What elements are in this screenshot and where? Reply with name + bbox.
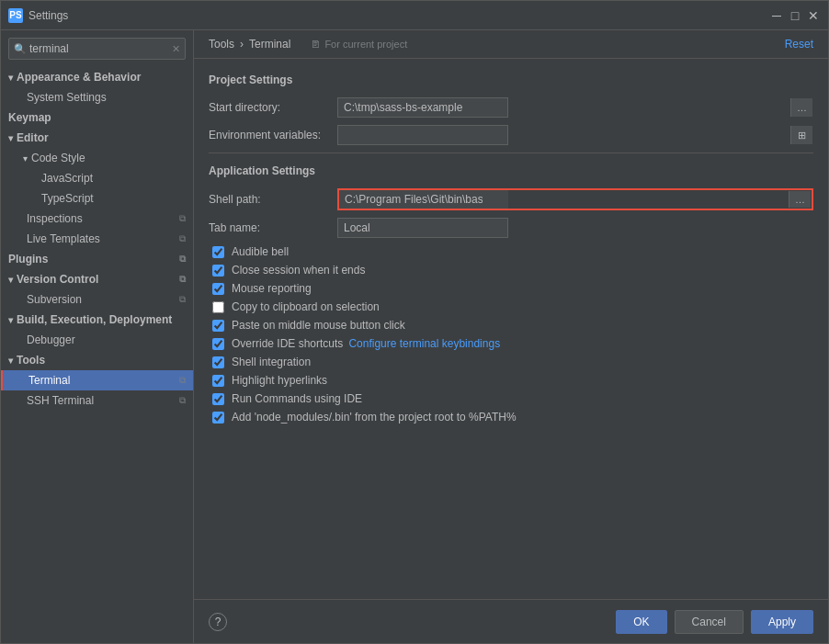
sidebar-item-label: Plugins [8, 253, 48, 266]
add-node-modules-label: Add 'node_modules/.bin' from the project… [232, 411, 517, 424]
external-link-icon: ⧉ [179, 213, 186, 224]
run-commands-label: Run Commands using IDE [232, 392, 362, 405]
checkbox-row-override-ide-shortcuts: Override IDE shortcuts Configure termina… [209, 337, 813, 350]
paste-on-middle-checkbox[interactable] [212, 320, 224, 332]
checkboxes-container: Audible bell Close session when it ends … [209, 245, 813, 424]
shell-integration-checkbox[interactable] [212, 356, 224, 368]
external-link-icon: ⧉ [179, 375, 186, 386]
env-variables-label: Environment variables: [209, 129, 337, 141]
sidebar-item-label: Code Style [31, 152, 85, 164]
content-area: 🔍 ✕ ▾ Appearance & Behavior System Setti… [1, 30, 828, 643]
divider [209, 153, 813, 153]
shell-path-label: Shell path: [209, 193, 337, 206]
start-directory-input[interactable] [337, 97, 508, 118]
sidebar-item-label: Appearance & Behavior [17, 71, 141, 84]
breadcrumb: Tools › Terminal 🖹 For current project [209, 38, 407, 51]
checkbox-row-audible-bell: Audible bell [209, 245, 813, 258]
shell-integration-label: Shell integration [232, 356, 311, 368]
external-link-icon: ⧉ [179, 233, 186, 244]
highlight-hyperlinks-checkbox[interactable] [212, 375, 224, 387]
sidebar-item-appearance-behavior[interactable]: ▾ Appearance & Behavior [1, 67, 193, 87]
sidebar-item-version-control[interactable]: ▾ Version Control ⧉ [1, 269, 193, 289]
window-controls: ─ □ ✕ [769, 8, 821, 23]
search-input[interactable] [8, 38, 186, 60]
checkbox-row-add-node-modules: Add 'node_modules/.bin' from the project… [209, 411, 813, 424]
sidebar-item-label: SSH Terminal [27, 394, 94, 407]
tab-name-input[interactable] [337, 218, 508, 238]
ok-button[interactable]: OK [616, 610, 666, 634]
sidebar-item-label: Tools [17, 354, 45, 367]
start-directory-row: Start directory: … [209, 97, 813, 118]
sidebar-item-javascript[interactable]: JavaScript [1, 168, 193, 188]
external-link-icon: ⧉ [179, 274, 186, 285]
sidebar-item-keymap[interactable]: Keymap [1, 107, 193, 128]
sidebar-item-typescript[interactable]: TypeScript [1, 188, 193, 209]
sidebar-item-live-templates[interactable]: Live Templates ⧉ [1, 229, 193, 249]
shell-path-browse-button[interactable]: … [789, 191, 811, 208]
checkbox-row-close-session: Close session when it ends [209, 264, 813, 277]
footer: ? OK Cancel Apply [194, 599, 828, 643]
start-directory-label: Start directory: [209, 101, 337, 114]
maximize-button[interactable]: □ [788, 8, 802, 23]
expand-arrow: ▾ [23, 153, 28, 164]
apply-button[interactable]: Apply [751, 610, 813, 634]
start-directory-browse-button[interactable]: … [790, 98, 812, 117]
configure-keybindings-link[interactable]: Configure terminal keybindings [348, 337, 500, 350]
add-node-modules-checkbox[interactable] [212, 412, 224, 424]
audible-bell-checkbox[interactable] [212, 246, 224, 258]
sidebar-item-build-execution[interactable]: ▾ Build, Execution, Deployment [1, 310, 193, 330]
sidebar-item-code-style[interactable]: ▾ Code Style [1, 148, 193, 168]
search-icon: 🔍 [14, 43, 27, 55]
close-button[interactable]: ✕ [806, 8, 821, 23]
sidebar-item-ssh-terminal[interactable]: SSH Terminal ⧉ [1, 390, 193, 411]
checkbox-row-mouse-reporting: Mouse reporting [209, 282, 813, 295]
window-title: Settings [28, 9, 769, 22]
help-button[interactable]: ? [209, 613, 227, 631]
app-settings-title: Application Settings [209, 164, 813, 177]
main-header: Tools › Terminal 🖹 For current project R… [194, 30, 828, 59]
sidebar-item-tools[interactable]: ▾ Tools [1, 350, 193, 370]
override-ide-shortcuts-checkbox[interactable] [212, 338, 224, 350]
sidebar-item-plugins[interactable]: Plugins ⧉ [1, 249, 193, 269]
minimize-button[interactable]: ─ [769, 8, 784, 23]
external-link-icon: ⧉ [179, 254, 186, 265]
main-body: Project Settings Start directory: … Envi… [194, 59, 828, 599]
tab-name-input-wrapper [337, 218, 813, 238]
cancel-button[interactable]: Cancel [675, 610, 744, 634]
copy-to-clipboard-checkbox[interactable] [212, 301, 224, 313]
checkbox-row-paste-on-middle: Paste on middle mouse button click [209, 319, 813, 332]
shell-path-input[interactable] [339, 190, 508, 209]
sidebar-item-label: Keymap [8, 111, 51, 124]
sidebar-item-inspections[interactable]: Inspections ⧉ [1, 209, 193, 229]
start-directory-input-wrapper: … [337, 97, 813, 118]
tab-name-label: Tab name: [209, 221, 337, 234]
sidebar-item-label: TypeScript [41, 192, 94, 205]
sidebar-item-label: Editor [17, 131, 49, 144]
footer-right: OK Cancel Apply [616, 610, 813, 634]
env-variables-browse-button[interactable]: ⊞ [790, 126, 812, 144]
close-session-checkbox[interactable] [212, 265, 224, 277]
mouse-reporting-label: Mouse reporting [232, 282, 312, 295]
sidebar-item-subversion[interactable]: Subversion ⧉ [1, 289, 193, 310]
title-bar: PS Settings ─ □ ✕ [1, 1, 828, 30]
copy-to-clipboard-label: Copy to clipboard on selection [232, 300, 380, 313]
reset-button[interactable]: Reset [785, 38, 813, 51]
settings-window: PS Settings ─ □ ✕ 🔍 ✕ ▾ Appearance & Beh… [0, 0, 829, 644]
sidebar-item-debugger[interactable]: Debugger [1, 330, 193, 350]
run-commands-checkbox[interactable] [212, 393, 224, 405]
external-link-icon: ⧉ [179, 395, 186, 406]
sidebar-item-system-settings[interactable]: System Settings [1, 87, 193, 107]
env-variables-input[interactable] [337, 125, 508, 145]
expand-arrow: ▾ [8, 275, 13, 285]
sidebar-item-terminal[interactable]: Terminal ⧉ [1, 370, 193, 390]
for-project-label: 🖹 For current project [311, 39, 407, 50]
highlight-hyperlinks-label: Highlight hyperlinks [232, 374, 327, 387]
sidebar: 🔍 ✕ ▾ Appearance & Behavior System Setti… [1, 30, 194, 643]
clear-search-icon[interactable]: ✕ [172, 43, 180, 55]
mouse-reporting-checkbox[interactable] [212, 283, 224, 295]
search-box: 🔍 ✕ [8, 38, 186, 60]
sidebar-item-editor[interactable]: ▾ Editor [1, 128, 193, 148]
sidebar-item-label: Build, Execution, Deployment [17, 313, 172, 326]
checkbox-row-copy-to-clipboard: Copy to clipboard on selection [209, 300, 813, 313]
sidebar-item-label: JavaScript [41, 172, 93, 185]
